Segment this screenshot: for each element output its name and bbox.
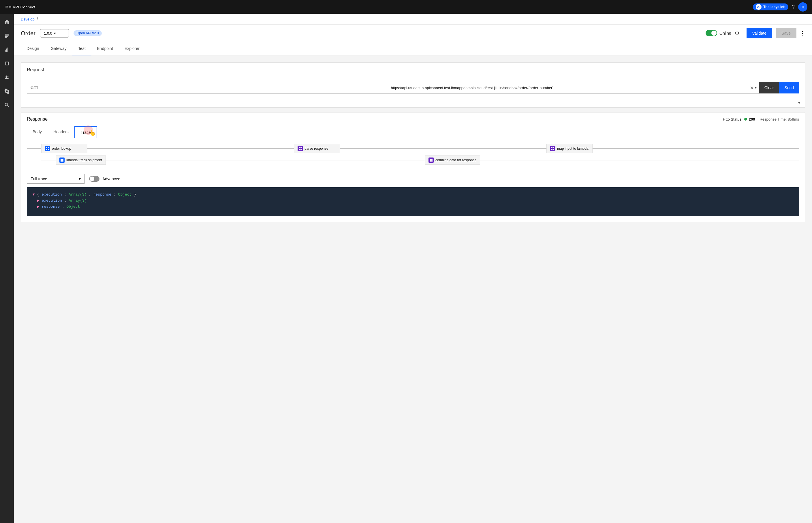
svg-rect-23	[62, 160, 63, 162]
response-time-label: Response Time:	[759, 117, 787, 122]
code-output-panel: ▼ { execution : Array(3) , response : Ob…	[27, 187, 799, 216]
help-icon[interactable]: ?	[792, 4, 795, 10]
trace-flow: order lookup parse response	[21, 138, 805, 170]
rtab-headers[interactable]: Headers	[48, 126, 74, 138]
svg-rect-14	[299, 149, 300, 150]
code-expand-icon-2[interactable]: ▶	[37, 198, 39, 203]
sidebar-item-analytics[interactable]	[0, 43, 14, 56]
rtab-body[interactable]: Body	[27, 126, 48, 138]
sidebar-item-settings[interactable]	[0, 84, 14, 98]
rtab-trace[interactable]: Trace 👆	[74, 126, 97, 138]
code-expand-icon-3[interactable]: ▶	[37, 204, 39, 209]
page-title: Order	[21, 30, 35, 37]
code-colon-3: :	[64, 198, 69, 203]
version-dropdown[interactable]: 1.0.0 ▾	[40, 29, 69, 37]
top-navigation: IBM API Connect 29 Trial days left ? JL	[0, 0, 812, 14]
code-line-3[interactable]: ▶ response : Object	[33, 204, 793, 210]
settings-icon[interactable]: ⚙	[735, 30, 739, 36]
main-layout: Develop / Order 1.0.0 ▾ Open API v2.0 On…	[0, 14, 812, 523]
url-controls: ✕ ▾	[748, 85, 759, 91]
trace-node-order-lookup[interactable]: order lookup	[41, 144, 87, 153]
status-dot-icon	[744, 118, 747, 121]
toggle-thumb	[712, 31, 717, 36]
advanced-toggle-thumb	[90, 177, 94, 181]
trace-node-icon-3	[550, 146, 555, 151]
code-line-2[interactable]: ▶ execution : Array(3)	[33, 198, 793, 204]
trace-line-start-2	[41, 160, 56, 160]
header-right: Online ⚙ Validate Save ⋮	[706, 28, 805, 38]
svg-rect-3	[8, 49, 9, 52]
more-options-icon[interactable]: ⋮	[800, 30, 805, 36]
code-val-array: Array(3)	[69, 193, 87, 197]
code-val-array-2: Array(3)	[69, 198, 87, 203]
code-key-execution: execution	[41, 193, 62, 197]
trace-node-label-2: parse response	[304, 147, 329, 150]
divider	[743, 30, 743, 37]
version-value: 1.0.0	[44, 31, 52, 35]
tab-explorer[interactable]: Explorer	[119, 42, 145, 55]
tab-design[interactable]: Design	[21, 42, 45, 55]
trace-node-icon-4	[59, 158, 64, 163]
sidebar-item-reports[interactable]	[0, 56, 14, 70]
main-content: Develop / Order 1.0.0 ▾ Open API v2.0 On…	[14, 14, 812, 523]
response-header: Response Http Status: 200 Response Time:…	[21, 112, 805, 126]
svg-rect-9	[48, 147, 49, 148]
request-panel: Request GET https://api.us-east-a.apicon…	[21, 62, 805, 108]
url-clear-icon[interactable]: ✕	[750, 85, 754, 91]
svg-line-7	[7, 106, 9, 107]
trace-node-icon-5	[428, 158, 434, 163]
click-ripple	[84, 125, 93, 135]
advanced-label: Advanced	[103, 177, 120, 181]
trace-node-label-4: lambda: track shipment	[66, 158, 102, 162]
tab-test[interactable]: Test	[72, 42, 91, 55]
code-expand-icon-1[interactable]: ▼	[33, 193, 35, 197]
svg-rect-13	[300, 147, 302, 148]
trace-row-2: lambda: track shipment combine data for …	[41, 156, 799, 165]
request-url[interactable]: https://api.us-east-a.apiconnect.test.ib…	[387, 86, 748, 90]
code-key-execution-2: execution	[42, 198, 62, 203]
trace-row-1: order lookup parse response	[27, 144, 799, 153]
trace-select[interactable]: Full trace ▾	[27, 174, 85, 184]
svg-rect-0	[5, 50, 6, 52]
trial-days-count: 29	[756, 4, 761, 10]
avatar[interactable]: JL	[798, 2, 807, 12]
request-expand-icon[interactable]: ▾	[21, 98, 805, 107]
breadcrumb-develop[interactable]: Develop	[21, 17, 35, 21]
tab-endpoint[interactable]: Endpoint	[91, 42, 119, 55]
clear-button[interactable]: Clear	[759, 82, 779, 93]
trace-node-map-lambda[interactable]: map input to lambda	[547, 144, 593, 153]
svg-rect-2	[7, 48, 8, 52]
sidebar-item-search[interactable]	[0, 98, 14, 112]
svg-rect-18	[551, 149, 553, 150]
trace-line-1	[87, 148, 294, 149]
svg-rect-16	[551, 147, 553, 148]
topnav-right: 29 Trial days left ? JL	[753, 2, 807, 12]
trace-line-start	[27, 148, 41, 149]
svg-rect-11	[48, 149, 49, 150]
sidebar-item-develop[interactable]	[0, 29, 14, 43]
version-chevron-icon: ▾	[54, 31, 56, 35]
tab-gateway[interactable]: Gateway	[45, 42, 72, 55]
advanced-toggle-switch[interactable]	[89, 176, 99, 182]
code-brace-1: {	[37, 193, 39, 197]
breadcrumb-separator: /	[37, 17, 38, 21]
url-caret-icon[interactable]: ▾	[755, 86, 757, 90]
trace-node-lambda-track[interactable]: lambda: track shipment	[56, 156, 106, 165]
online-toggle-switch[interactable]	[706, 30, 717, 36]
sidebar-item-users[interactable]	[0, 70, 14, 84]
save-button[interactable]: Save	[776, 28, 796, 38]
code-key-response-2: response	[42, 204, 60, 209]
code-line-1[interactable]: ▼ { execution : Array(3) , response : Ob…	[33, 192, 793, 198]
sidebar-item-home[interactable]	[0, 15, 14, 29]
code-val-object: Object	[118, 193, 132, 197]
svg-rect-12	[299, 147, 300, 148]
svg-rect-15	[300, 149, 302, 150]
trace-node-combine[interactable]: combine data for response	[425, 156, 480, 165]
trace-node-parse-response[interactable]: parse response	[294, 144, 340, 153]
sidebar	[0, 14, 14, 523]
page-tabs: Design Gateway Test Endpoint Explorer	[14, 42, 812, 55]
trace-line-2	[340, 148, 547, 149]
validate-button[interactable]: Validate	[746, 28, 773, 38]
send-button[interactable]: Send	[779, 82, 799, 93]
code-colon-4: :	[62, 204, 67, 209]
